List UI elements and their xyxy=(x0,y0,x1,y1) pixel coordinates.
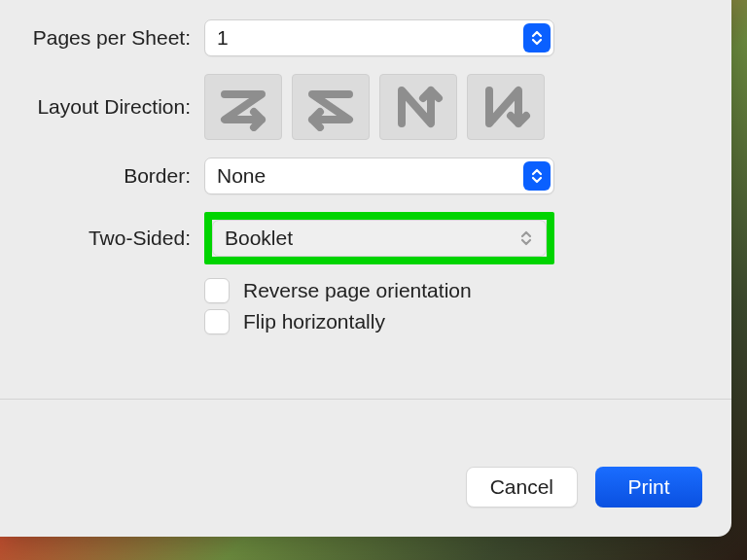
chevron-up-down-icon xyxy=(523,161,551,191)
pages-per-sheet-select[interactable]: 1 xyxy=(204,19,554,56)
layout-direction-row: Layout Direction: xyxy=(0,74,731,140)
reverse-orientation-row: Reverse page orientation Flip horizontal… xyxy=(0,278,731,340)
flip-horizontally-checkbox[interactable] xyxy=(204,309,230,334)
layout-direction-n-icon[interactable] xyxy=(379,74,457,140)
border-select[interactable]: None xyxy=(204,158,554,194)
two-sided-value: Booklet xyxy=(225,227,293,250)
pages-per-sheet-row: Pages per Sheet: 1 xyxy=(0,19,731,56)
button-bar: Cancel Print xyxy=(466,467,702,508)
reverse-orientation-checkbox[interactable] xyxy=(204,278,230,303)
two-sided-select[interactable]: Booklet xyxy=(212,220,547,257)
border-row: Border: None xyxy=(0,158,731,194)
print-button[interactable]: Print xyxy=(595,467,702,508)
border-value: None xyxy=(217,164,266,188)
layout-direction-s-icon[interactable] xyxy=(292,74,370,140)
two-sided-label: Two-Sided: xyxy=(0,227,204,250)
pages-per-sheet-value: 1 xyxy=(217,26,229,50)
layout-direction-n-down-icon[interactable] xyxy=(467,74,545,140)
dialog-content: Pages per Sheet: 1 Layout Direction: xyxy=(0,0,731,340)
layout-direction-z-icon[interactable] xyxy=(204,74,282,140)
divider xyxy=(0,399,731,400)
layout-direction-segmented xyxy=(204,74,574,140)
layout-direction-label: Layout Direction: xyxy=(0,95,204,119)
highlight-annotation: Booklet xyxy=(204,212,554,264)
print-layout-dialog: Pages per Sheet: 1 Layout Direction: xyxy=(0,0,731,537)
pages-per-sheet-label: Pages per Sheet: xyxy=(0,26,204,50)
border-label: Border: xyxy=(0,164,204,188)
chevron-up-down-icon xyxy=(523,23,551,52)
cancel-button[interactable]: Cancel xyxy=(466,467,578,508)
flip-horizontally-label: Flip horizontally xyxy=(243,310,385,333)
two-sided-row: Two-Sided: Booklet xyxy=(0,212,731,264)
chevron-up-down-icon xyxy=(513,224,540,253)
reverse-orientation-label: Reverse page orientation xyxy=(243,279,472,302)
